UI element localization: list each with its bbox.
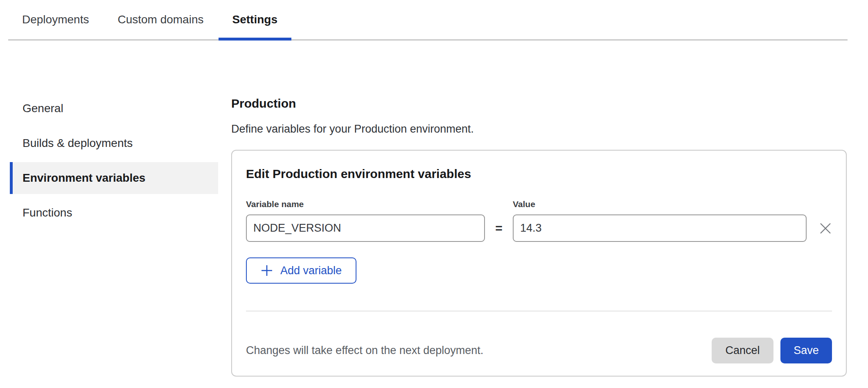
plus-icon bbox=[261, 264, 273, 277]
cancel-button[interactable]: Cancel bbox=[712, 338, 773, 363]
card-title: Edit Production environment variables bbox=[246, 166, 832, 182]
sidebar-item-label: Functions bbox=[23, 206, 72, 219]
sidebar-item-label: Builds & deployments bbox=[23, 137, 133, 150]
page-subtitle: Define variables for your Production env… bbox=[231, 122, 847, 135]
sidebar-item-environment-variables[interactable]: Environment variables bbox=[10, 162, 218, 194]
env-vars-card: Edit Production environment variables Va… bbox=[231, 150, 847, 377]
settings-sidebar: General Builds & deployments Environment… bbox=[10, 92, 218, 232]
remove-variable-button[interactable] bbox=[816, 219, 834, 237]
field-labels-row: Variable name Value bbox=[246, 199, 832, 210]
variable-row: = bbox=[246, 214, 832, 242]
tab-custom-domains[interactable]: Custom domains bbox=[104, 0, 217, 39]
add-variable-button[interactable]: Add variable bbox=[246, 257, 356, 284]
variable-value-input[interactable] bbox=[513, 214, 807, 242]
sidebar-item-builds-deployments[interactable]: Builds & deployments bbox=[10, 127, 218, 159]
tab-deployments[interactable]: Deployments bbox=[8, 0, 103, 39]
tab-label: Deployments bbox=[22, 13, 89, 26]
sidebar-item-label: Environment variables bbox=[23, 171, 145, 185]
tab-settings[interactable]: Settings bbox=[219, 0, 291, 39]
page-title: Production bbox=[231, 96, 847, 111]
sidebar-item-functions[interactable]: Functions bbox=[10, 197, 218, 229]
tab-label: Settings bbox=[232, 13, 277, 26]
variable-name-label: Variable name bbox=[246, 199, 304, 209]
variable-name-input[interactable] bbox=[246, 214, 485, 242]
close-icon bbox=[819, 222, 832, 235]
tab-label: Custom domains bbox=[117, 13, 203, 26]
sidebar-item-label: General bbox=[23, 102, 63, 115]
add-variable-label: Add variable bbox=[280, 264, 342, 277]
main-content: Production Define variables for your Pro… bbox=[231, 96, 847, 377]
sidebar-item-general[interactable]: General bbox=[10, 92, 218, 124]
card-divider bbox=[246, 311, 832, 311]
settings-layout: General Builds & deployments Environment… bbox=[0, 41, 868, 377]
save-button[interactable]: Save bbox=[780, 338, 832, 363]
value-label: Value bbox=[513, 199, 535, 209]
footer-note: Changes will take effect on the next dep… bbox=[246, 344, 483, 357]
tab-bar: Deployments Custom domains Settings bbox=[8, 0, 848, 41]
card-footer: Changes will take effect on the next dep… bbox=[246, 338, 832, 363]
equals-sign: = bbox=[485, 221, 513, 235]
footer-buttons: Cancel Save bbox=[712, 338, 832, 363]
